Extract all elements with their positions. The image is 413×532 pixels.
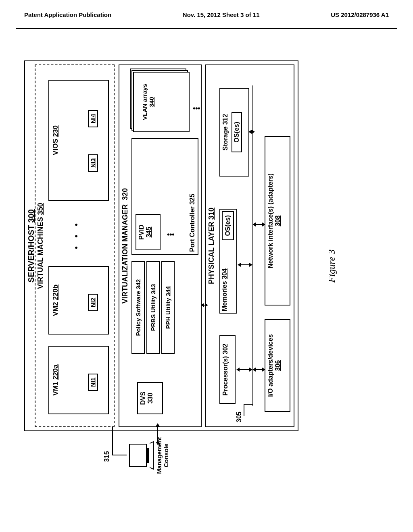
- processors-box: Processor(s) 302: [219, 335, 236, 404]
- storage-oses: OS(es): [232, 112, 242, 152]
- pvid-ellipsis: •••: [167, 233, 174, 236]
- bus-leader: [244, 404, 253, 416]
- ni1-box: NI1: [88, 374, 98, 391]
- proc-bus-arrow: [237, 369, 252, 370]
- dvs-box: DVS330: [137, 382, 163, 414]
- mem-bus-arrow: [238, 264, 252, 265]
- phys-title: PHYSICAL LAYER 310: [207, 208, 216, 284]
- figure-3: 315 Management Console SERVER/HOST 300 V…: [24, 56, 323, 476]
- ni4-box: NI4: [88, 110, 98, 127]
- policy-software-box: Policy Software 342: [131, 261, 145, 354]
- virtual-machines-layer: VIRTUAL MACHINES 350 VM1 220a NI1 VM2 22…: [35, 64, 115, 427]
- vmgr-phys-arrow: [202, 305, 207, 305]
- header-left: Patent Application Publication: [24, 11, 111, 27]
- prbs-utility-box: PRBS Utility 343: [146, 261, 160, 354]
- util-stack: Policy Software 342 PRBS Utility 343 PPH…: [131, 261, 176, 354]
- vm2-label: VM2 220b: [52, 267, 60, 334]
- header-right: US 2012/0287936 A1: [331, 11, 389, 27]
- memories-oses: OS(es): [222, 211, 234, 240]
- storage-box: Storage 312 OS(es): [219, 88, 249, 177]
- monitor-icon: [129, 444, 147, 467]
- vm-ellipsis: • • •: [72, 220, 81, 249]
- header-center: Nov. 15, 2012 Sheet 3 of 11: [183, 11, 260, 27]
- vios-box: VIOS 230 NI3 NI4: [48, 80, 109, 201]
- storage-bus-arrow: [249, 131, 254, 132]
- physical-layer-box: PHYSICAL LAYER 310 305 Processor(s) 302 …: [205, 64, 294, 427]
- ni2-box: NI2: [88, 294, 98, 311]
- port-controller-box: Port Controller 325 PVID345 •••: [131, 138, 198, 255]
- ni3-box: NI3: [88, 154, 98, 172]
- vmgr-title: VIRTUALIZATION MANAGER 320: [121, 188, 129, 304]
- vlan-ellipsis: •••: [193, 107, 200, 110]
- server-host-box: SERVER/HOST 300 VIRTUAL MACHINES 350 VM1…: [24, 60, 298, 431]
- header-rule: [16, 28, 397, 29]
- figure-caption: Figure 3: [326, 249, 337, 283]
- vlan-card-1: VLAN arrays340: [133, 72, 190, 132]
- vm1-box: VM1 220a NI1: [48, 346, 109, 414]
- nic-bus-arrow: [253, 224, 265, 225]
- pph-utility-box: PPH Utility 344: [161, 261, 175, 354]
- pvid-box: PVID345: [136, 214, 161, 250]
- vm1-label: VM1 220a: [52, 347, 60, 414]
- virtualization-manager-box: VIRTUALIZATION MANAGER 320 DVS330 Policy…: [119, 64, 202, 427]
- management-console: Management Console: [129, 435, 169, 476]
- vm-layer-title: VIRTUAL MACHINES 350: [36, 203, 45, 289]
- page-header: Patent Application Publication Nov. 15, …: [0, 11, 413, 27]
- port-controller-label: Port Controller 325: [189, 194, 196, 252]
- figure-rotated-container: 315 Management Console SERVER/HOST 300 V…: [24, 56, 323, 476]
- vm2-box: VM2 220b NI2: [48, 266, 109, 335]
- io-adapters-box: I/O adapters/devices306: [265, 319, 290, 412]
- vlan-arrays-stack: VLAN arrays340 •••: [130, 68, 198, 132]
- bus-ref: 305: [236, 411, 243, 422]
- vios-label: VIOS 230: [52, 81, 60, 200]
- io-bus-arrow: [253, 369, 265, 370]
- network-interfaces-box: Network interface(s) (adapters)308: [265, 136, 290, 305]
- memories-box: Memories 304 OS(es): [219, 209, 237, 314]
- keyboard-icon: [150, 441, 154, 470]
- mconsole-ref: 315: [103, 451, 111, 462]
